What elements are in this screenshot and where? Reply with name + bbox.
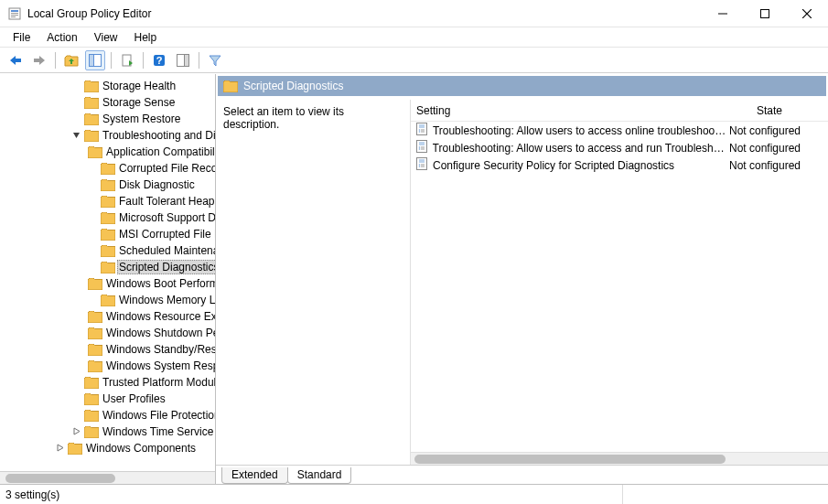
setting-cell: Troubleshooting: Allow users to access a… [411,139,727,156]
tree-item[interactable]: Microsoft Support Diagnostic Tool [0,209,215,226]
main-area: Storage HealthStorage SenseSystem Restor… [0,73,828,484]
tree-item[interactable]: System Restore [0,111,215,127]
svg-rect-3 [11,15,18,16]
minimize-button[interactable] [702,0,744,27]
menu-file[interactable]: File [5,29,38,46]
svg-point-37 [419,166,421,167]
tree-item[interactable]: Windows Time Service [0,424,215,440]
folder-icon [84,128,99,143]
svg-rect-17 [185,54,189,66]
tree-item[interactable]: Fault Tolerant Heap [0,193,215,209]
tree-item[interactable]: Scripted Diagnostics [0,259,215,275]
setting-row[interactable]: Configure Security Policy for Scripted D… [411,156,828,174]
svg-rect-10 [34,59,40,62]
tree-item[interactable]: Windows Shutdown Performance Diagnostics [0,325,215,341]
folder-icon [101,293,115,307]
tree-item[interactable]: Storage Sense [0,94,215,111]
folder-icon [88,276,102,291]
svg-line-8 [802,9,812,18]
filter-button[interactable] [205,50,225,70]
toolbar-separator [55,52,56,69]
tree-item[interactable]: Trusted Platform Module Services [0,374,215,391]
tree-item-label: MSI Corrupted File Recovery [117,228,215,241]
tree-item-label: Scripted Diagnostics [117,260,215,274]
setting-state: Not configured [727,142,812,155]
maximize-button[interactable] [744,0,786,27]
tree-item-label: Windows Resource Exhaustion Detection an… [104,310,215,323]
settings-rows: Troubleshooting: Allow users to access o… [411,122,828,452]
tree-item-label: User Profiles [101,392,167,405]
folder-icon [84,112,99,126]
tree-item[interactable]: Windows Memory Leak Diagnosis [0,292,215,308]
column-state[interactable]: State [727,104,812,117]
toolbar-separator [111,52,112,69]
tree-item[interactable]: Windows Standby/Resume Performance Diagn… [0,341,215,358]
tree-item[interactable]: Windows Resource Exhaustion Detection an… [0,308,215,325]
menu-help[interactable]: Help [127,29,165,46]
svg-point-23 [419,131,421,133]
setting-row[interactable]: Troubleshooting: Allow users to access a… [411,139,828,156]
svg-rect-4 [11,16,16,17]
folder-icon [101,260,115,274]
svg-rect-1 [11,10,18,12]
chevron-right-icon[interactable] [53,444,66,454]
console-tree[interactable]: Storage HealthStorage SenseSystem Restor… [0,74,215,471]
setting-name: Configure Security Policy for Scripted D… [433,159,674,172]
folder-icon [84,95,99,110]
tree-item-label: Troubleshooting and Diagnostics [101,129,215,142]
tree-panel: Storage HealthStorage SenseSystem Restor… [0,74,216,484]
up-button[interactable] [61,50,81,70]
setting-state: Not configured [727,124,812,137]
toolbar-separator [199,52,199,69]
tree-item[interactable]: MSI Corrupted File Recovery [0,226,215,242]
tree-item[interactable]: Windows File Protection [0,407,215,424]
chevron-right-icon[interactable] [70,427,82,437]
folder-icon [84,391,99,406]
content-header-title: Scripted Diagnostics [243,80,343,92]
tree-item-label: Disk Diagnostic [117,178,197,191]
policy-icon [414,156,429,174]
close-button[interactable] [786,0,828,27]
svg-point-28 [419,146,421,148]
tree-item[interactable]: Windows System Responsiveness Performanc… [0,358,215,374]
svg-rect-12 [90,54,94,66]
toolbar-separator [143,52,144,69]
svg-point-21 [419,129,421,131]
column-setting[interactable]: Setting [411,104,727,117]
tree-item[interactable]: Troubleshooting and Diagnostics [0,127,215,144]
back-button[interactable] [5,50,26,70]
scrollbar-thumb[interactable] [5,474,115,483]
forward-button[interactable] [29,50,49,70]
tree-item[interactable]: Windows Boot Performance Diagnostics [0,275,215,292]
toggle-tree-button[interactable] [85,50,105,70]
toggle-action-pane-button[interactable] [173,50,193,70]
tree-item[interactable]: Windows Components [0,440,215,456]
tree-item[interactable]: Corrupted File Recovery [0,160,215,177]
app-window: Local Group Policy Editor File Action Vi… [0,0,828,504]
tree-item[interactable]: Storage Health [0,78,215,94]
tree-item-label: Fault Tolerant Heap [117,195,215,208]
tree-item-label: Windows Memory Leak Diagnosis [117,294,215,306]
tab-standard[interactable]: Standard [287,467,352,484]
menu-view[interactable]: View [87,29,125,46]
tree-item[interactable]: User Profiles [0,391,215,407]
column-headers[interactable]: Setting State [411,100,828,122]
menu-action[interactable]: Action [39,29,84,46]
help-button[interactable]: ? [149,50,169,70]
svg-rect-18 [417,123,427,135]
tree-item[interactable]: Application Compatibility Diagnostics [0,144,215,160]
tree-item[interactable]: Disk Diagnostic [0,177,215,193]
list-horizontal-scrollbar[interactable] [411,452,828,465]
tab-extended[interactable]: Extended [221,467,288,484]
scrollbar-thumb[interactable] [414,455,726,464]
export-list-button[interactable] [117,50,137,70]
tree-horizontal-scrollbar[interactable] [0,471,215,484]
chevron-down-icon[interactable] [70,131,82,141]
setting-name: Troubleshooting: Allow users to access o… [433,124,727,137]
tree-item[interactable]: Scheduled Maintenance [0,242,215,259]
setting-cell: Configure Security Policy for Scripted D… [411,156,727,174]
title-bar: Local Group Policy Editor [0,0,828,27]
tree-item-label: Windows File Protection [101,409,215,422]
policy-icon [414,122,429,139]
setting-row[interactable]: Troubleshooting: Allow users to access o… [411,122,828,139]
